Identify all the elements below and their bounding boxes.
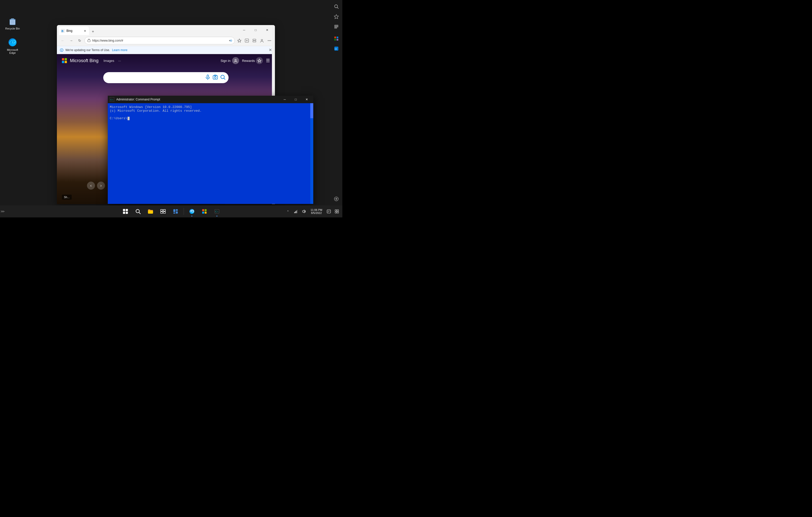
taskbar-edge-button[interactable] [186, 206, 198, 217]
svg-rect-84 [295, 211, 295, 213]
notification-text: We're updating our Terms of Use. [65, 48, 110, 52]
bing-nav-more[interactable]: ··· [118, 59, 121, 63]
svg-rect-78 [205, 209, 207, 211]
edge-desktop-image [7, 37, 18, 47]
svg-rect-88 [327, 210, 330, 213]
sidebar-office-icon[interactable] [332, 34, 341, 43]
bing-nav: Images ··· [104, 59, 121, 63]
svg-rect-15 [334, 39, 336, 40]
svg-point-32 [261, 39, 263, 41]
widgets-button[interactable] [170, 206, 181, 217]
network-icon[interactable] [292, 206, 299, 217]
clock-time: 11:06 PM [311, 208, 322, 211]
start-button[interactable] [120, 206, 131, 217]
svg-rect-80 [205, 212, 207, 214]
notification-center-icon[interactable] [325, 206, 332, 217]
bing-nav-images[interactable]: Images [104, 59, 114, 63]
svg-point-66 [136, 209, 139, 213]
search-icon[interactable] [220, 74, 226, 81]
file-explorer-button[interactable] [145, 206, 156, 217]
recycle-bin-icon[interactable]: Recycle Bin [2, 15, 23, 31]
microphone-icon[interactable] [205, 74, 210, 81]
bing-search-box[interactable] [103, 72, 229, 83]
svg-rect-92 [337, 210, 339, 211]
volume-icon[interactable] [300, 206, 308, 217]
settings-corner-icon[interactable] [333, 206, 340, 217]
svg-text:C:\: C:\ [111, 98, 114, 101]
svg-rect-86 [297, 210, 297, 213]
clock-date: 8/5/2022 [311, 211, 322, 214]
cmd-scroll-thumb[interactable] [310, 103, 313, 118]
cmd-line2: (c) Microsoft Corporation. All rights re… [110, 109, 311, 113]
microsoft-edge-desktop-icon[interactable]: Microsoft Edge [2, 36, 23, 55]
svg-point-33 [268, 40, 269, 41]
browser-tab-bing[interactable]: B Bing ✕ [59, 27, 89, 35]
sidebar-collections-icon[interactable] [332, 22, 341, 31]
svg-rect-72 [173, 209, 175, 212]
notification-link[interactable]: Learn more [112, 48, 127, 52]
bing-signin[interactable]: Sign in [221, 57, 239, 64]
favorites-icon[interactable] [236, 37, 243, 44]
refresh-button[interactable]: ↻ [76, 37, 83, 44]
cmd-close-button[interactable]: ✕ [302, 96, 311, 103]
cmd-minimize-button[interactable]: ─ [280, 96, 289, 103]
svg-point-7 [335, 5, 338, 8]
minimize-button[interactable]: ─ [238, 26, 250, 34]
svg-rect-31 [253, 41, 256, 42]
cmd-line3: C:\Users\ [110, 117, 311, 120]
svg-rect-1 [11, 19, 14, 20]
cmd-line1: Microsoft Windows [Version 10.0.22000.79… [110, 105, 311, 109]
sidebar-favorites-icon[interactable] [332, 12, 341, 21]
bing-logo: Microsoft Bing [62, 58, 98, 63]
notification-close[interactable]: ✕ [269, 48, 272, 52]
svg-rect-11 [335, 26, 338, 27]
tab-close-bing[interactable]: ✕ [83, 29, 87, 33]
recycle-bin-image [7, 16, 18, 26]
svg-rect-14 [337, 37, 338, 38]
svg-point-34 [269, 40, 270, 41]
svg-rect-16 [337, 39, 338, 40]
sidebar-search-icon[interactable] [332, 2, 341, 11]
bing-next-button[interactable]: › [97, 182, 105, 190]
taskbar-center: C:\ [120, 206, 223, 217]
taskbar-store-button[interactable] [199, 206, 210, 217]
new-tab-button[interactable]: + [89, 28, 96, 35]
add-favorites-icon[interactable] [243, 37, 250, 44]
edge-sidebar: O [330, 0, 342, 205]
bing-search-input[interactable] [106, 75, 203, 80]
url-text: https://www.bing.com/# [92, 39, 227, 42]
cmd-maximize-button[interactable]: □ [291, 96, 300, 103]
bing-favicon: B [61, 29, 65, 33]
svg-rect-64 [123, 212, 125, 214]
profile-icon[interactable] [258, 37, 265, 44]
maximize-button[interactable]: □ [250, 26, 261, 34]
forward-button[interactable]: → [67, 37, 75, 44]
close-button[interactable]: ✕ [261, 26, 273, 34]
taskbar-terminal-button[interactable]: C:\ [211, 206, 223, 217]
svg-rect-75 [176, 211, 178, 214]
sidebar-outlook-icon[interactable]: O [332, 44, 341, 53]
notification-bar: We're updating our Terms of Use. Learn m… [57, 46, 275, 54]
bing-prev-button[interactable]: ‹ [87, 182, 95, 190]
bing-menu-button[interactable]: ☰ [266, 58, 270, 63]
cmd-title-text: Administrator: Command Prompt [116, 98, 278, 101]
rewards-icon [256, 57, 263, 64]
task-view-button[interactable] [157, 206, 169, 217]
address-bar[interactable]: https://www.bing.com/# [84, 37, 235, 44]
cmd-body[interactable]: Microsoft Windows [Version 10.0.22000.79… [108, 103, 313, 204]
bing-image-title[interactable]: Sh... [62, 194, 72, 200]
camera-search-icon[interactable] [212, 74, 218, 81]
bing-rewards[interactable]: Rewards [242, 57, 263, 64]
taskbar-show-hidden[interactable]: ⋙ [0, 206, 5, 217]
svg-rect-30 [253, 39, 256, 40]
svg-rect-83 [294, 212, 295, 213]
cmd-scrollbar[interactable] [310, 103, 313, 204]
back-button[interactable]: ← [59, 37, 66, 44]
sidebar-add-icon[interactable] [332, 194, 341, 203]
logo-square-yellow [65, 61, 67, 63]
taskbar-clock[interactable]: 11:06 PM 8/5/2022 [309, 206, 324, 217]
show-hidden-icons[interactable]: ^ [285, 206, 291, 217]
svg-rect-77 [202, 209, 204, 211]
collections-icon[interactable] [251, 37, 258, 44]
search-button[interactable] [133, 206, 144, 217]
